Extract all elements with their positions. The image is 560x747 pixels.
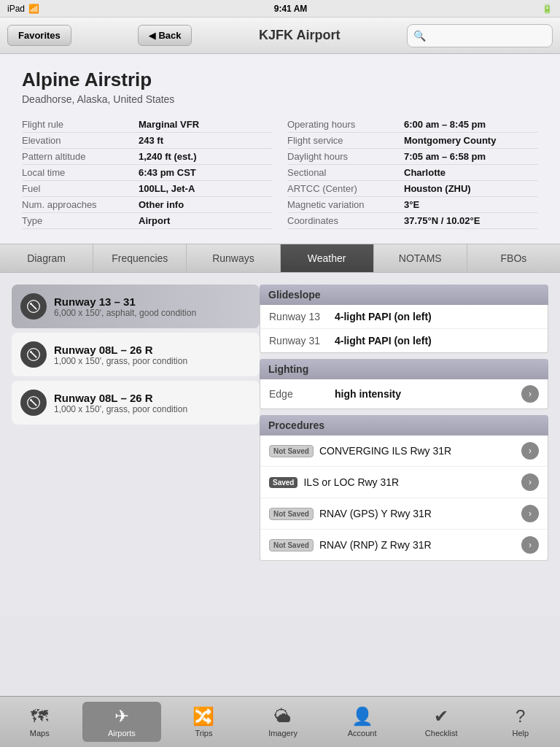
- info-row: Daylight hours7:05 am – 6:58 pm: [287, 149, 538, 165]
- info-label: Fuel: [22, 183, 139, 194]
- checklist-icon: ✔: [434, 706, 448, 727]
- tab-fbos[interactable]: FBOs: [467, 244, 560, 272]
- bottom-tab-account[interactable]: 👤 Account: [322, 702, 402, 742]
- procedure-arrow[interactable]: ›: [521, 473, 539, 491]
- info-value: 6:00 am – 8:45 pm: [404, 119, 486, 130]
- time-display: 9:41 AM: [274, 4, 308, 14]
- airport-info-grid: Flight ruleMarginal VFRElevation243 ftPa…: [22, 117, 538, 229]
- info-row: Operating hours6:00 am – 8:45 pm: [287, 117, 538, 133]
- procedure-row[interactable]: Saved ILS or LOC Rwy 31R ›: [260, 467, 548, 498]
- runway-item-rwy-08l-26r-1[interactable]: Runway 08L – 26 R 1,000 x 150', grass, p…: [12, 333, 260, 376]
- account-icon: 👤: [351, 706, 373, 727]
- info-row: Elevation243 ft: [22, 133, 273, 149]
- trips-icon: 🔀: [192, 706, 214, 727]
- info-row: Magnetic variation3°E: [287, 197, 538, 213]
- runway-text: Runway 08L – 26 R 1,000 x 150', grass, p…: [54, 392, 187, 414]
- tab-diagram[interactable]: Diagram: [0, 244, 93, 272]
- info-row: Num. approachesOther info: [22, 197, 273, 213]
- info-value: 1,240 ft (est.): [139, 151, 196, 162]
- account-label: Account: [348, 729, 377, 738]
- info-label: ARTCC (Center): [287, 183, 404, 194]
- info-label: Elevation: [22, 135, 139, 146]
- imagery-icon: 🌥: [274, 706, 292, 727]
- bottom-tab-help[interactable]: ? Help: [481, 702, 560, 742]
- search-icon: 🔍: [413, 30, 426, 42]
- procedure-name: CONVERGING ILS Rwy 31R: [319, 445, 516, 457]
- procedure-badge: Not Saved: [269, 508, 314, 520]
- info-label: Type: [22, 215, 139, 226]
- back-chevron-icon: ◀: [149, 31, 155, 41]
- procedure-name: RNAV (GPS) Y Rwy 31R: [319, 508, 516, 519]
- glideslope-section: Glideslope Runway 134-light PAPI (on lef…: [260, 285, 548, 353]
- runway-item-rwy-13-31[interactable]: Runway 13 – 31 6,000 x 150', asphalt, go…: [12, 285, 260, 328]
- info-value: Montgomery County: [404, 135, 496, 146]
- info-row: Pattern altitude1,240 ft (est.): [22, 149, 273, 165]
- info-row: Flight serviceMontgomery County: [287, 133, 538, 149]
- tab-frequencies[interactable]: Frequencies: [93, 244, 187, 272]
- info-row: TypeAirport: [22, 213, 273, 229]
- airport-location: Deadhorse, Alaska, United States: [22, 93, 538, 105]
- info-label: Sectional: [287, 167, 404, 178]
- lighting-header: Lighting: [260, 359, 548, 379]
- procedure-badge: Not Saved: [269, 445, 314, 457]
- detail-label: Runway 13: [269, 311, 335, 322]
- detail-arrow[interactable]: ›: [521, 385, 539, 403]
- lighting-row: Edgehigh intensity›: [260, 379, 548, 409]
- runway-desc: 6,000 x 150', asphalt, good condition: [54, 308, 196, 318]
- runway-icon: [20, 293, 47, 320]
- info-value: Marginal VFR: [139, 119, 199, 130]
- runway-text: Runway 13 – 31 6,000 x 150', asphalt, go…: [54, 295, 196, 318]
- procedure-arrow[interactable]: ›: [521, 442, 539, 460]
- procedures-section: Procedures Not Saved CONVERGING ILS Rwy …: [260, 415, 548, 561]
- procedure-badge: Not Saved: [269, 539, 314, 551]
- tab-weather[interactable]: Weather: [281, 244, 374, 272]
- info-row: Fuel100LL, Jet-A: [22, 181, 273, 197]
- procedure-row[interactable]: Not Saved CONVERGING ILS Rwy 31R ›: [260, 436, 548, 467]
- airport-info: Alpine Airstrip Deadhorse, Alaska, Unite…: [0, 54, 560, 244]
- tab-notams[interactable]: NOTAMS: [374, 244, 467, 272]
- runway-name: Runway 13 – 31: [54, 295, 196, 308]
- lighting-body: Edgehigh intensity›: [260, 379, 548, 409]
- help-icon: ?: [516, 706, 525, 727]
- back-label: Back: [158, 30, 181, 41]
- bottom-tab-imagery[interactable]: 🌥 Imagery: [244, 702, 323, 742]
- info-value: Other info: [139, 199, 184, 210]
- airports-label: Airports: [108, 729, 136, 738]
- info-label: Coordinates: [287, 215, 404, 226]
- info-label: Num. approaches: [22, 199, 139, 210]
- info-label: Flight service: [287, 135, 404, 146]
- tab-runways[interactable]: Runways: [187, 244, 280, 272]
- maps-label: Maps: [30, 729, 50, 738]
- device-label: iPad: [7, 4, 25, 14]
- procedure-row[interactable]: Not Saved RNAV (RNP) Z Rwy 31R ›: [260, 530, 548, 560]
- bottom-tab-checklist[interactable]: ✔ Checklist: [402, 702, 481, 742]
- tabs-bar: DiagramFrequenciesRunwaysWeatherNOTAMSFB…: [0, 244, 560, 273]
- procedure-row[interactable]: Not Saved RNAV (GPS) Y Rwy 31R ›: [260, 498, 548, 530]
- procedures-header: Procedures: [260, 415, 548, 436]
- detail-value: 4-light PAPI (on left): [335, 335, 539, 347]
- bottom-bar: 🗺 Maps ✈ Airports 🔀 Trips 🌥 Imagery 👤 Ac…: [0, 696, 560, 747]
- info-row: SectionalCharlotte: [287, 165, 538, 181]
- favorites-button[interactable]: Favorites: [7, 25, 71, 46]
- search-box[interactable]: 🔍: [407, 24, 553, 47]
- bottom-tab-airports[interactable]: ✈ Airports: [82, 702, 162, 742]
- info-label: Pattern altitude: [22, 151, 139, 162]
- svg-line-5: [31, 352, 36, 357]
- runway-item-rwy-08l-26r-2[interactable]: Runway 08L – 26 R 1,000 x 150', grass, p…: [12, 381, 260, 425]
- bottom-tab-trips[interactable]: 🔀 Trips: [164, 702, 244, 742]
- runway-name: Runway 08L – 26 R: [54, 344, 187, 356]
- procedure-arrow[interactable]: ›: [521, 505, 539, 522]
- status-bar: iPad 📶 9:41 AM 🔋: [0, 0, 560, 18]
- detail-label: Runway 31: [269, 335, 335, 347]
- info-label: Local time: [22, 167, 139, 178]
- info-value: Airport: [139, 215, 170, 226]
- back-button[interactable]: ◀ Back: [138, 25, 192, 46]
- info-value: Houston (ZHU): [404, 183, 471, 194]
- procedure-arrow[interactable]: ›: [521, 536, 539, 554]
- help-label: Help: [512, 729, 529, 738]
- runway-icon: [20, 390, 47, 416]
- bottom-tab-maps[interactable]: 🗺 Maps: [0, 702, 79, 742]
- details-panel: Glideslope Runway 134-light PAPI (on lef…: [260, 285, 548, 604]
- right-info-col: Operating hours6:00 am – 8:45 pmFlight s…: [287, 117, 538, 229]
- page-title: KJFK Airport: [259, 28, 340, 43]
